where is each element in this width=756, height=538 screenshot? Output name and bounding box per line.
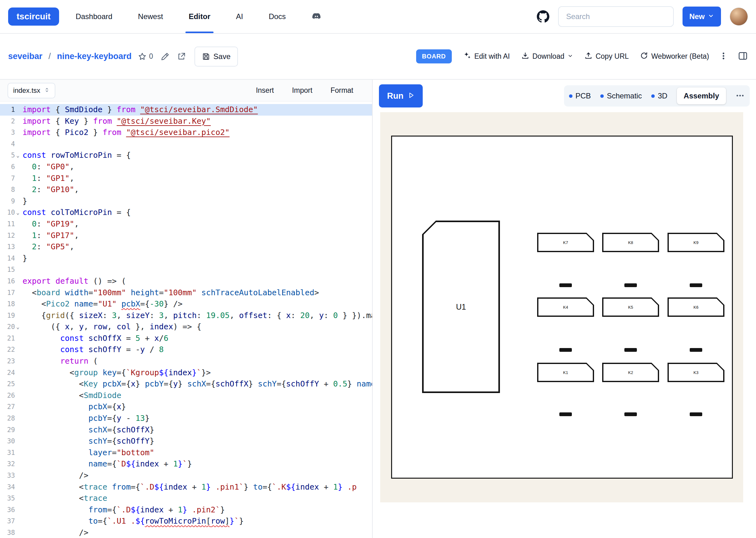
assembly-key-k9[interactable]: K9 [668,233,725,252]
assembly-diode[interactable] [624,283,637,287]
toggle-panel-button[interactable] [738,51,748,62]
assembly-key-k3[interactable]: K3 [668,363,725,382]
tab-assembly[interactable]: Assembly [677,87,726,104]
code-line-33[interactable]: 33 /> [0,470,372,481]
assembly-key-label: K3 [669,364,723,381]
save-button[interactable]: Save [195,47,238,67]
code-line-11[interactable]: 11 0: "GP19", [0,218,372,230]
assembly-diode[interactable] [690,348,702,352]
code-line-31[interactable]: 31 layer="bottom" [0,447,372,458]
code-line-29[interactable]: 29 schX={schOffX} [0,424,372,436]
code-line-19[interactable]: 19 {grid({ sizeX: 3, sizeY: 3, pitch: 19… [0,310,372,321]
code-line-9[interactable]: 9} [0,195,372,207]
github-icon[interactable] [537,10,549,23]
avatar[interactable] [730,8,748,26]
code-line-25[interactable]: 25 <Key pcbX={x} pcbY={y} schX={schOffX}… [0,378,372,390]
code-line-8[interactable]: 8 2: "GP10", [0,184,372,195]
code-line-30[interactable]: 30 schY={schOffY} [0,436,372,447]
nav-item-editor[interactable]: Editor [189,0,210,33]
code-line-3[interactable]: 3import { Pico2 } from "@tsci/seveibar.p… [0,127,372,138]
code-line-10[interactable]: 10⌄const colToMicroPin = { [0,207,372,218]
new-button[interactable]: New [682,7,721,27]
code-line-4[interactable]: 4 [0,138,372,150]
code-line-15[interactable]: 15 [0,264,372,276]
assembly-canvas[interactable]: U1 K7K8K9K4K5K6K1K2K3 [380,112,743,502]
code-line-27[interactable]: 27 pcbX={x} [0,401,372,413]
assembly-key-k2[interactable]: K2 [602,363,659,382]
nav-item-ai[interactable]: AI [236,0,243,33]
run-button[interactable]: Run [379,84,423,107]
more-menu-button[interactable] [719,52,728,61]
code-line-text: const colToMicroPin = { [23,207,372,218]
tscircuit-logo[interactable]: tscircuit [8,8,59,26]
code-line-22[interactable]: 22 const schOffY = -y / 8 [0,344,372,355]
code-line-23[interactable]: 23 return ( [0,355,372,367]
star-button[interactable]: 0 [138,52,153,61]
discord-icon[interactable] [312,0,321,33]
line-number: 18 [0,298,15,310]
code-line-17[interactable]: 17 <board width="100mm" height="100mm" s… [0,287,372,299]
assembly-diode[interactable] [559,283,572,287]
assembly-key-label: K9 [669,234,723,251]
share-icon[interactable] [177,52,186,61]
tab-3d[interactable]: 3D [651,91,668,100]
assembly-diode[interactable] [690,412,702,416]
code-line-13[interactable]: 13 2: "GP5", [0,241,372,253]
fold-chevron-icon[interactable]: ⌄ [15,321,23,333]
code-line-14[interactable]: 14} [0,253,372,264]
assembly-key-k5[interactable]: K5 [602,297,659,317]
menu-insert[interactable]: Insert [256,86,274,95]
code-line-21[interactable]: 21 const schOffX = 5 + x/6 [0,333,372,344]
code-line-18[interactable]: 18 <Pico2 name="U1" pcbX={-30} /> [0,298,372,310]
menu-format[interactable]: Format [330,86,353,95]
code-line-37[interactable]: 37 to={`.U1 .${rowToMicroPin[row]}`} [0,515,372,527]
edit-with-ai-button[interactable]: Edit with AI [463,52,510,62]
code-line-16[interactable]: 16export default () => ( [0,276,372,287]
line-number: 32 [0,458,15,470]
code-line-36[interactable]: 36 from={`.D${index + 1} .pin2`} [0,504,372,516]
code-line-2[interactable]: 2import { Key } from "@tsci/seveibar.Key… [0,116,372,127]
menu-import[interactable]: Import [292,86,312,95]
assembly-diode[interactable] [624,348,637,352]
view-tabs-more-button[interactable] [735,91,745,101]
nav-item-docs[interactable]: Docs [268,0,286,33]
download-button[interactable]: Download [521,52,573,62]
nav-item-newest[interactable]: Newest [138,0,163,33]
code-line-38[interactable]: 38 /> [0,527,372,538]
copy-url-button[interactable]: Copy URL [584,52,629,62]
code-line-1[interactable]: 1import { SmdDiode } from "@tsci/seveiba… [0,104,372,116]
fold-chevron-icon[interactable]: ⌄ [15,150,23,161]
chip-u1[interactable]: U1 [422,221,500,393]
tab-schematic[interactable]: Schematic [600,91,642,100]
code-line-24[interactable]: 24 <group key={`Kgroup${index}`}> [0,367,372,379]
code-line-26[interactable]: 26 <SmdDiode [0,390,372,402]
breadcrumb-user[interactable]: seveibar [8,52,42,61]
search-input[interactable] [558,6,674,27]
file-tab[interactable]: index.tsx [8,83,55,98]
tab-pcb[interactable]: PCB [569,91,591,100]
assembly-diode[interactable] [690,283,702,287]
assembly-key-k8[interactable]: K8 [602,233,659,252]
nav-item-dashboard[interactable]: Dashboard [76,0,112,33]
code-line-6[interactable]: 6 0: "GP0", [0,161,372,173]
code-line-35[interactable]: 35 <trace [0,493,372,504]
code-line-7[interactable]: 7 1: "GP1", [0,173,372,184]
code-line-12[interactable]: 12 1: "GP17", [0,230,372,242]
code-line-34[interactable]: 34 <trace from={`.D${index + 1} .pin1`} … [0,481,372,493]
code-line-28[interactable]: 28 pcbY={y - 13} [0,413,372,424]
fold-chevron-icon[interactable]: ⌄ [15,207,23,218]
assembly-key-k1[interactable]: K1 [537,363,594,382]
assembly-key-k7[interactable]: K7 [537,233,594,252]
assembly-diode[interactable] [559,412,572,416]
breadcrumb-project[interactable]: nine-key-keyboard [57,52,132,61]
code-editor[interactable]: 1import { SmdDiode } from "@tsci/seveiba… [0,102,372,538]
webworker-button[interactable]: Webworker (Beta) [640,52,709,62]
assembly-diode[interactable] [559,348,572,352]
code-line-5[interactable]: 5⌄const rowToMicroPin = { [0,150,372,161]
assembly-key-k4[interactable]: K4 [537,297,594,317]
assembly-key-k6[interactable]: K6 [668,297,725,317]
code-line-32[interactable]: 32 name={`D${index + 1}`} [0,458,372,470]
code-line-20[interactable]: 20⌄ ({ x, y, row, col }, index) => { [0,321,372,333]
rename-pencil-icon[interactable] [161,52,169,61]
assembly-diode[interactable] [624,412,637,416]
